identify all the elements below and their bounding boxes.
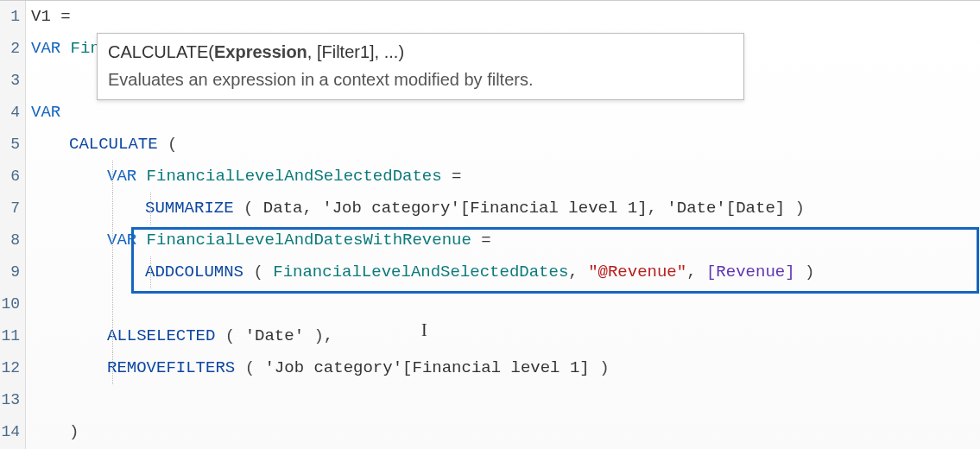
- code-line[interactable]: VAR FinancialLevelAndDatesWithRevenue =: [31, 224, 980, 256]
- line-number: 2: [0, 33, 20, 65]
- code-line[interactable]: ADDCOLUMNS ( FinancialLevelAndSelectedDa…: [31, 256, 980, 288]
- line-number: 14: [0, 416, 20, 448]
- token-table: 'Job category': [322, 199, 460, 218]
- code-line[interactable]: SUMMARIZE ( Data, 'Job category'[Financi…: [31, 193, 980, 224]
- tooltip-rest: , [Filter1], ...): [307, 42, 404, 61]
- code-line[interactable]: VAR FinancialLevelAndSelectedDates =: [31, 161, 980, 193]
- token-identifier: FinancialLevelAndSelectedDates: [147, 167, 442, 186]
- line-number: 11: [0, 320, 20, 352]
- code-line[interactable]: ): [31, 416, 980, 448]
- line-number: 4: [0, 97, 20, 129]
- token-function: SUMMARIZE: [145, 199, 234, 218]
- token-function: CALCULATE: [69, 135, 158, 154]
- token-table: 'Date': [667, 199, 725, 218]
- token-comma: ,: [302, 199, 322, 218]
- token-column: [Financial level 1]: [402, 358, 590, 377]
- code-line[interactable]: VAR: [31, 97, 980, 129]
- token-identifier: FinancialLevelAndSelectedDates: [273, 262, 568, 281]
- line-number-gutter: 1 2 3 4 5 6 7 8 9 10 11 12 13 14: [0, 1, 26, 449]
- code-line[interactable]: ALLSELECTED ( 'Date' ),: [31, 320, 980, 352]
- text-cursor-icon: I: [421, 320, 427, 340]
- code-area[interactable]: V1 = VAR FinancialLevelInFilterContext =…: [26, 1, 980, 449]
- token-function: ADDCOLUMNS: [145, 262, 243, 281]
- code-line[interactable]: [31, 384, 980, 416]
- token-paren: (: [235, 358, 264, 377]
- token-table: Data: [263, 199, 303, 218]
- token-paren: ): [785, 199, 805, 218]
- token-paren: ): [69, 422, 79, 441]
- line-number: 1: [0, 1, 20, 33]
- token-comma: ,: [568, 262, 588, 281]
- code-line[interactable]: V1 =: [31, 1, 980, 33]
- tooltip-description: Evaluates an expression in a context mod…: [108, 66, 733, 92]
- token-identifier: FinancialLevelAndDatesWithRevenue: [147, 231, 471, 250]
- line-number: 6: [0, 161, 20, 193]
- line-number: 5: [0, 129, 20, 161]
- token-measure: [Revenue]: [706, 262, 795, 281]
- token-paren: ),: [304, 326, 353, 345]
- line-number: 13: [0, 384, 20, 416]
- intellisense-tooltip: CALCULATE(Expression, [Filter1], ...) Ev…: [97, 33, 744, 100]
- code-line[interactable]: [31, 288, 980, 320]
- token-keyword: VAR: [31, 39, 71, 58]
- tooltip-signature: CALCULATE(Expression, [Filter1], ...): [108, 39, 733, 65]
- line-number: 7: [0, 193, 20, 224]
- token-operator: =: [471, 231, 491, 250]
- token-paren: (: [243, 262, 273, 281]
- token-paren: (: [158, 135, 178, 154]
- token-keyword: VAR: [31, 103, 71, 122]
- line-number: 3: [0, 65, 20, 97]
- tooltip-fn-name: CALCULATE(: [108, 42, 214, 61]
- token-paren: (: [234, 199, 263, 218]
- tooltip-current-param: Expression: [214, 42, 307, 61]
- line-number: 12: [0, 352, 20, 384]
- token-comma: ,: [648, 199, 667, 218]
- token-column: [Financial level 1]: [460, 199, 648, 218]
- code-line[interactable]: CALCULATE (: [31, 129, 980, 161]
- token-paren: ): [795, 262, 815, 281]
- code-editor[interactable]: 1 2 3 4 5 6 7 8 9 10 11 12 13 14 V1 = VA…: [0, 0, 980, 449]
- token-function: REMOVEFILTERS: [107, 358, 235, 377]
- line-number: 10: [0, 288, 20, 320]
- token-comma: ,: [686, 262, 706, 281]
- line-number: 9: [0, 256, 20, 288]
- code-line[interactable]: REMOVEFILTERS ( 'Job category'[Financial…: [31, 352, 980, 384]
- token-function: ALLSELECTED: [107, 326, 215, 345]
- token-column: [Date]: [726, 199, 785, 218]
- token-string: "@Revenue": [588, 262, 686, 281]
- line-number: 8: [0, 224, 20, 256]
- token-paren: (: [215, 326, 244, 345]
- token-table: 'Date': [245, 326, 304, 345]
- token-identifier: V1 =: [31, 7, 71, 26]
- token-paren: ): [590, 358, 610, 377]
- token-table: 'Job category': [264, 358, 402, 377]
- token-operator: =: [442, 167, 462, 186]
